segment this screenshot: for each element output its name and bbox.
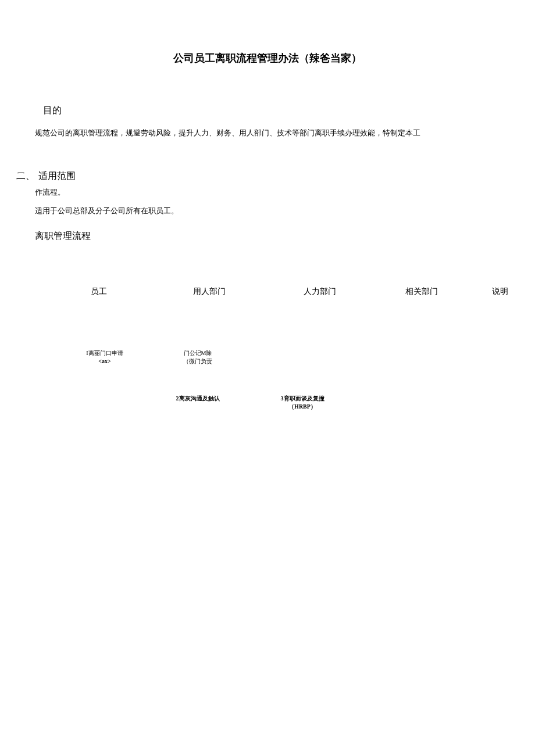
flow-box-4-line2: （HRBP） [268,403,337,411]
column-header-hr: 人力部门 [268,286,372,297]
section2-number: 二、 [16,170,35,182]
section1-paragraph: 规范公司的离职管理流程，规避劳动风险，提升人力、财务、用人部门、技术等部门离职手… [35,127,535,139]
section3-heading: 离职管理流程 [35,230,535,242]
flow-box-3-text: 2离灰沟通及触认 [163,395,233,403]
flow-box-1-line2: <ax> [76,357,134,366]
flow-box-4-line1: 3育职而谈及复撞 [268,395,337,403]
flow-row-1: I离丽门口申请 <ax> 门公记M除 （微门负责 [0,349,535,372]
column-header-notes: 说明 [471,286,529,297]
column-header-related: 相关部门 [378,286,465,297]
column-header-employee: 员工 [47,286,151,297]
table-header-row: 员工 用人部门 人力部门 相关部门 说明 [0,286,535,297]
column-header-department: 用人部门 [157,286,262,297]
section2-paragraph: 适用于公司总部及分子公司所有在职员工。 [35,206,535,216]
document-title: 公司员工离职流程管理办法（辣爸当家） [0,51,535,65]
flow-box-1: I离丽门口申请 <ax> [76,349,134,366]
flow-box-1-line1: I离丽门口申请 [76,349,134,357]
flow-box-2-line2: （微门负责 [174,357,221,366]
flow-box-2: 门公记M除 （微门负责 [174,349,221,366]
flow-box-3: 2离灰沟通及触认 [163,395,233,403]
section1-continuation: 作流程。 [35,187,535,198]
section2-heading: 适用范围 [38,170,76,182]
flow-box-2-line1: 门公记M除 [174,349,221,357]
flow-box-4: 3育职而谈及复撞 （HRBP） [268,395,337,411]
section1-heading: 目的 [43,105,535,117]
flow-row-2: 2离灰沟通及触认 3育职而谈及复撞 （HRBP） [0,395,535,418]
